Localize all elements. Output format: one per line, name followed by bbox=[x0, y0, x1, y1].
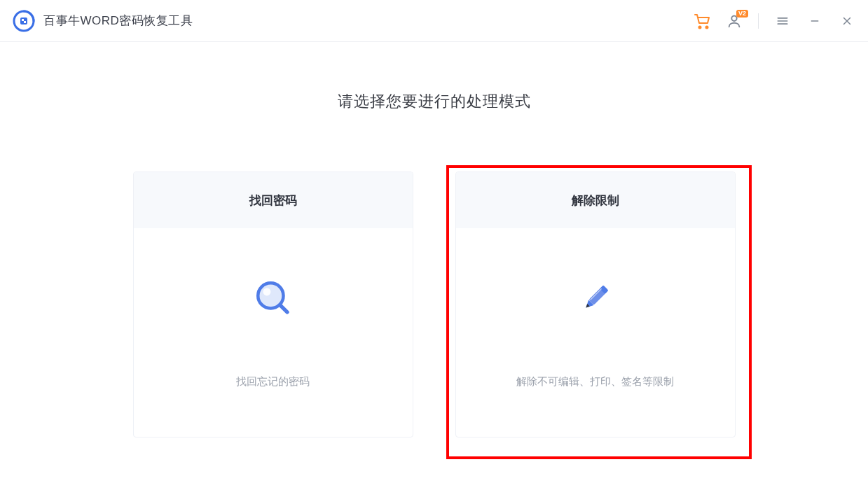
svg-rect-3 bbox=[24, 21, 26, 23]
svg-rect-2 bbox=[22, 19, 24, 21]
card-recover-password[interactable]: 找回密码 找回忘记的密码 bbox=[133, 172, 413, 438]
user-badge: V2 bbox=[736, 10, 748, 18]
title-left: 百事牛WORD密码恢复工具 bbox=[13, 10, 193, 32]
menu-icon[interactable] bbox=[774, 13, 791, 29]
card-desc: 找回忘记的密码 bbox=[236, 375, 310, 388]
page-heading: 请选择您要进行的处理模式 bbox=[0, 91, 868, 112]
card-body: 解除不可编辑、打印、签名等限制 bbox=[456, 228, 735, 437]
card-title: 解除限制 bbox=[456, 172, 735, 228]
svg-line-16 bbox=[280, 305, 287, 312]
pencil-icon bbox=[574, 277, 616, 319]
app-title: 百事牛WORD密码恢复工具 bbox=[43, 13, 193, 29]
user-icon[interactable]: V2 bbox=[726, 13, 743, 29]
cart-icon[interactable] bbox=[694, 13, 710, 29]
card-remove-restriction[interactable]: 解除限制 解除不可编辑、打印、签名等限制 bbox=[455, 172, 736, 438]
main-content: 请选择您要进行的处理模式 找回密码 找回忘记的密码 解除限制 bbox=[0, 42, 868, 438]
title-right: V2 bbox=[694, 13, 855, 29]
card-body: 找回忘记的密码 bbox=[134, 228, 413, 437]
card-title: 找回密码 bbox=[134, 172, 413, 228]
mode-cards: 找回密码 找回忘记的密码 解除限制 bbox=[0, 172, 868, 438]
magnifier-icon bbox=[252, 277, 294, 319]
toolbar-divider bbox=[758, 13, 759, 29]
close-icon[interactable] bbox=[839, 13, 855, 29]
app-logo-icon bbox=[13, 10, 35, 32]
svg-point-5 bbox=[706, 26, 708, 28]
card-desc: 解除不可编辑、打印、签名等限制 bbox=[516, 375, 674, 388]
titlebar: 百事牛WORD密码恢复工具 V2 bbox=[0, 0, 868, 42]
svg-point-4 bbox=[699, 26, 701, 28]
minimize-icon[interactable] bbox=[806, 13, 823, 29]
svg-point-15 bbox=[263, 288, 270, 295]
